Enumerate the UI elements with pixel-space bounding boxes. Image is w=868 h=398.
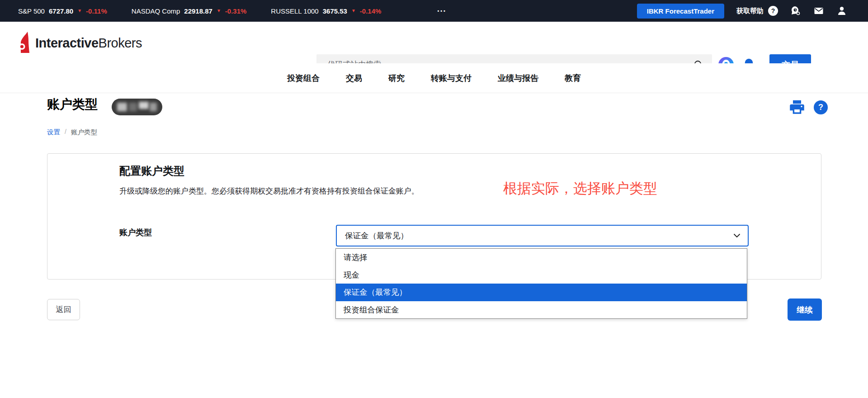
nav-item-research[interactable]: 研究: [388, 73, 405, 84]
nav-item-trade[interactable]: 交易: [346, 73, 362, 84]
account-type-select[interactable]: 保证金（最常见）: [336, 225, 749, 246]
ticker-russell: RUSSELL 1000 3675.53 ▼ -0.14%: [271, 7, 381, 15]
breadcrumb: 设置 / 账户类型: [47, 128, 97, 137]
option-please-select[interactable]: 请选择: [336, 249, 747, 266]
ticker-nasdaq: NASDAQ Comp 22918.87 ▼ -0.31%: [132, 7, 247, 15]
mail-icon[interactable]: [813, 5, 824, 16]
account-type-field-label: 账户类型: [119, 227, 152, 238]
index-value: 22918.87: [184, 7, 212, 15]
breadcrumb-settings-link[interactable]: 设置: [47, 128, 60, 137]
ibkr-logo-mark: [17, 32, 32, 53]
market-ticker-bar: S&P 500 6727.80 ▼ -0.11% NASDAQ Comp 229…: [0, 0, 868, 22]
logo-text-light: Brokers: [99, 36, 142, 50]
site-header: InteractiveBrokers 交易: [0, 22, 868, 63]
option-margin-selected[interactable]: 保证金（最常见）: [336, 284, 747, 301]
back-button[interactable]: 返回: [47, 299, 80, 320]
option-portfolio-margin[interactable]: 投资组合保证金: [336, 301, 747, 319]
chat-icon[interactable]: [790, 5, 801, 16]
nav-item-portfolio[interactable]: 投资组合: [287, 73, 320, 84]
redacted-account-badge: [112, 99, 162, 115]
more-indices-icon[interactable]: •••: [437, 8, 447, 14]
select-current-value: 保证金（最常见）: [345, 230, 733, 241]
index-value: 3675.53: [323, 7, 347, 15]
ticker-sp500: S&P 500 6727.80 ▼ -0.11%: [18, 7, 107, 15]
question-circle-icon: ?: [768, 6, 778, 16]
logo-text: InteractiveBrokers: [35, 33, 142, 53]
page-help-icon[interactable]: ?: [814, 100, 828, 114]
market-ticker: S&P 500 6727.80 ▼ -0.11% NASDAQ Comp 229…: [18, 7, 447, 15]
ibkr-account-type-page: S&P 500 6727.80 ▼ -0.11% NASDAQ Comp 229…: [0, 0, 868, 398]
get-help-button[interactable]: 获取帮助 ?: [736, 6, 778, 16]
index-change: -0.14%: [360, 7, 382, 15]
index-name: NASDAQ Comp: [132, 7, 180, 15]
down-triangle-icon: ▼: [217, 9, 221, 13]
nav-item-transfer-pay[interactable]: 转账与支付: [431, 73, 472, 84]
topbar-actions: IBKR ForecastTrader 获取帮助 ?: [637, 4, 847, 19]
forecasttrader-button[interactable]: IBKR ForecastTrader: [637, 4, 724, 19]
breadcrumb-separator: /: [65, 128, 66, 137]
down-triangle-icon: ▼: [77, 9, 82, 13]
red-annotation-text: 根据实际，选择账户类型: [503, 179, 657, 198]
nav-item-education[interactable]: 教育: [565, 73, 581, 84]
nav-item-performance-reports[interactable]: 业绩与报告: [498, 73, 538, 84]
print-icon[interactable]: [789, 100, 805, 117]
chevron-down-icon: [733, 233, 741, 238]
card-heading: 配置账户类型: [119, 164, 184, 178]
index-name: RUSSELL 1000: [271, 7, 318, 15]
option-cash[interactable]: 现金: [336, 266, 747, 284]
continue-button[interactable]: 继续: [788, 298, 822, 321]
index-change: -0.31%: [225, 7, 247, 15]
index-name: S&P 500: [18, 7, 45, 15]
logo-text-bold: Interactive: [35, 36, 99, 50]
index-change: -0.11%: [86, 7, 107, 15]
breadcrumb-current: 账户类型: [71, 128, 97, 137]
down-triangle-icon: ▼: [351, 9, 356, 13]
get-help-label: 获取帮助: [736, 7, 764, 15]
primary-nav: 投资组合 交易 研究 转账与支付 业绩与报告 教育: [0, 63, 868, 93]
user-icon[interactable]: [836, 5, 847, 16]
card-description: 升级或降级您的账户类型。您必须获得期权交易批准才有资格持有投资组合保证金账户。: [119, 186, 419, 196]
interactive-brokers-logo[interactable]: InteractiveBrokers: [17, 32, 142, 53]
index-value: 6727.80: [49, 7, 73, 15]
page-title: 账户类型: [47, 96, 98, 113]
account-type-dropdown: 请选择 现金 保证金（最常见） 投资组合保证金: [335, 248, 747, 319]
